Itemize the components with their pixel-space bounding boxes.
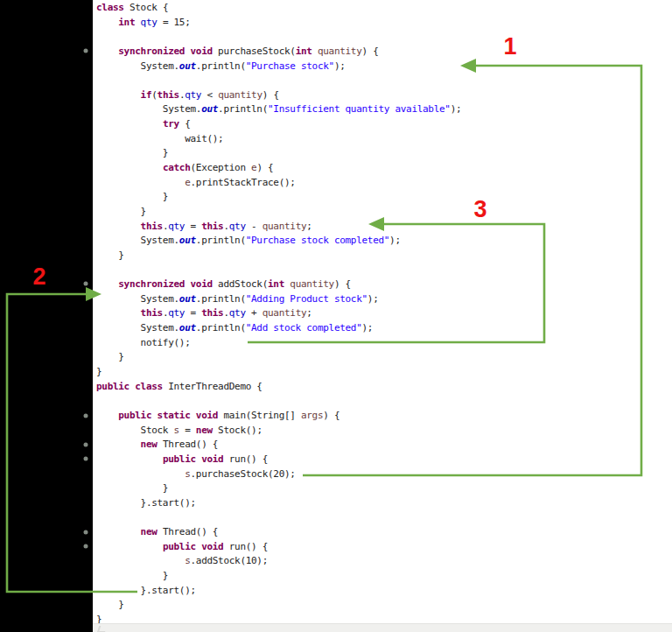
code-token [96,89,141,101]
code-token: run() { [223,541,268,552]
code-token: ) { [334,278,351,290]
code-line: } [96,249,461,263]
code-token: quantity [218,89,262,101]
code-line: System.out.println("Add stock completed"… [96,321,461,336]
slide-canvas: { "annotations": { "label_color": "#ee14… [0,0,672,632]
code-token: - [246,221,262,232]
code-token [96,17,118,28]
gutter-marker-dot[interactable] [84,457,88,461]
code-token: "Insufficient quantity available" [268,103,451,115]
code-token [96,410,118,421]
code-token: = [179,425,196,436]
horizontal-scrollbar[interactable] [93,623,672,632]
code-line [96,30,461,45]
code-token: "Purchase stock completed" [246,235,389,246]
code-token: catch [163,162,191,173]
gutter-marker-dot[interactable] [84,443,88,447]
gutter-marker-dot[interactable] [84,414,88,418]
code-token: public void [163,453,224,465]
code-token [96,541,163,552]
code-token: ); [451,103,462,115]
code-token: Thread() { [158,439,219,450]
code-line: try { [96,117,461,132]
code-token: out [179,235,196,246]
code-token: "Purchase stock" [246,60,334,72]
code-token: public void [163,541,224,552]
code-token: int [118,17,135,28]
code-line: } [96,365,461,380]
code-token [96,162,163,173]
code-block[interactable]: class Stock { int qty = 15; synchronized… [96,1,461,628]
code-token: qty [185,89,201,101]
code-line: } [96,146,461,161]
code-token: ) { [256,162,273,173]
code-token: run() { [223,453,268,465]
code-line: class Stock { [96,1,461,16]
code-token: this [141,221,163,232]
code-token: System. [96,103,201,115]
code-token: .println( [196,322,246,334]
code-line: System.out.println("Insufficient quantit… [96,102,461,117]
code-token: out [179,293,196,305]
code-token: qty [168,307,185,319]
code-token: try [163,118,179,130]
code-token: } [96,249,124,261]
code-token: ); [368,293,379,305]
code-token: qty [229,221,246,232]
code-token: purchaseStock( [213,46,296,57]
code-token: new [196,425,213,436]
code-line: } [96,569,461,584]
code-token: } [96,206,146,217]
code-token: qty [141,17,158,28]
code-token: ); [389,235,401,246]
gutter-marker-dot[interactable] [84,49,88,53]
code-token: = [185,307,201,319]
code-token: quantity [262,221,307,232]
code-token: qty [229,307,246,319]
code-token [96,278,118,290]
code-token: (Exception [191,162,252,173]
code-line [96,74,461,88]
code-token: ) { [262,89,279,101]
code-token: } [96,570,168,581]
code-token: synchronized void [118,278,212,290]
code-line: public void run() { [96,540,461,555]
code-line: s.addStock(10); [96,554,461,569]
code-token: .println( [196,235,246,246]
code-line: System.out.println("Adding Product stock… [96,292,461,307]
code-token: public static void [118,410,218,421]
code-token: System. [96,235,179,246]
code-token: Stock [96,425,174,436]
code-token: ) { [362,46,379,57]
code-token: ) { [323,410,340,421]
code-line: this.qty = this.qty + quantity; [96,306,461,321]
code-line: synchronized void purchaseStock(int quan… [96,45,461,60]
code-token: qty [168,221,185,232]
code-token: } [96,482,168,494]
code-token: } [96,599,124,610]
code-line: System.out.println("Purchase stock"); [96,60,461,74]
code-line: int qty = 15; [96,16,461,31]
code-line: System.out.println("Purchase stock compl… [96,234,461,249]
code-line: wait(); [96,132,461,147]
gutter-marker-dot[interactable] [84,530,88,535]
code-line: catch(Exception e) { [96,161,461,176]
code-token: addStock( [213,278,268,290]
code-token: wait(); [96,133,223,144]
gutter-marker-dot[interactable] [84,282,88,286]
code-token: .println( [196,60,246,72]
code-line: public static void main(String[] args) { [96,409,461,424]
code-line [96,394,461,409]
code-token: this [158,89,179,101]
code-token [96,555,185,566]
code-token: System. [96,293,179,305]
code-token: if [141,89,152,101]
gutter-marker-dot[interactable] [84,544,88,549]
code-token: .addStock(10); [191,555,269,566]
code-token: + [246,307,262,319]
code-token: < [201,89,218,101]
code-token: .println( [218,103,268,115]
code-token: "Adding Product stock" [246,293,368,305]
code-token: new [141,526,158,537]
code-line: }.start(); [96,584,461,599]
